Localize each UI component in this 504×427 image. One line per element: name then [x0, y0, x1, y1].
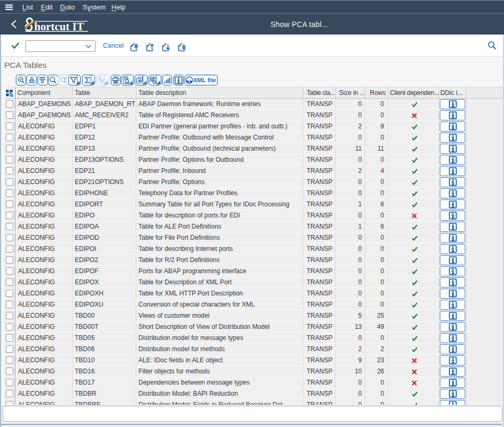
svg-text:XML file: XML file [193, 77, 216, 83]
svg-text:hortcut IT: hortcut IT [34, 20, 84, 33]
